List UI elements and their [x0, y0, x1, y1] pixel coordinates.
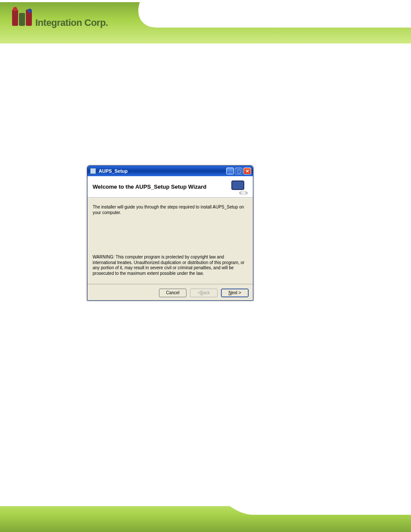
wizard-button-row: Cancel < Back Next > — [87, 284, 253, 301]
banner-swoop — [131, 2, 411, 28]
wizard-title: Welcome to the AUPS_Setup Setup Wizard — [93, 184, 224, 190]
wizard-body: The installer will guide you through the… — [87, 198, 253, 284]
window-title: AUPS_Setup — [99, 168, 224, 174]
maximize-icon: ▢ — [235, 168, 243, 174]
next-rest: ext > — [232, 290, 241, 295]
cancel-button[interactable]: Cancel — [159, 289, 187, 297]
installer-icon — [90, 168, 96, 174]
page-header-banner: Integration Corp. — [0, 0, 411, 49]
company-logo: Integration Corp. — [12, 9, 108, 28]
setup-wizard-dialog: AUPS_Setup _ ▢ ✕ Welcome to the AUPS_Set… — [87, 165, 253, 301]
company-name: Integration Corp. — [35, 17, 108, 28]
next-button[interactable]: Next > — [221, 289, 249, 297]
logo-mark — [12, 9, 32, 26]
back-rest: ack — [203, 290, 210, 295]
footer-swoop — [215, 489, 411, 515]
intro-text: The installer will guide you through the… — [93, 204, 248, 215]
minimize-icon[interactable]: _ — [226, 168, 234, 174]
back-underline: B — [200, 290, 203, 295]
back-button: < Back — [190, 289, 218, 297]
titlebar[interactable]: AUPS_Setup _ ▢ ✕ — [87, 166, 253, 176]
page-footer-banner — [0, 489, 411, 532]
next-underline: N — [228, 290, 231, 295]
computer-icon — [229, 179, 248, 195]
warning-text: WARNING: This computer program is protec… — [93, 255, 248, 276]
wizard-header: Welcome to the AUPS_Setup Setup Wizard — [87, 176, 253, 198]
close-icon[interactable]: ✕ — [243, 168, 251, 174]
